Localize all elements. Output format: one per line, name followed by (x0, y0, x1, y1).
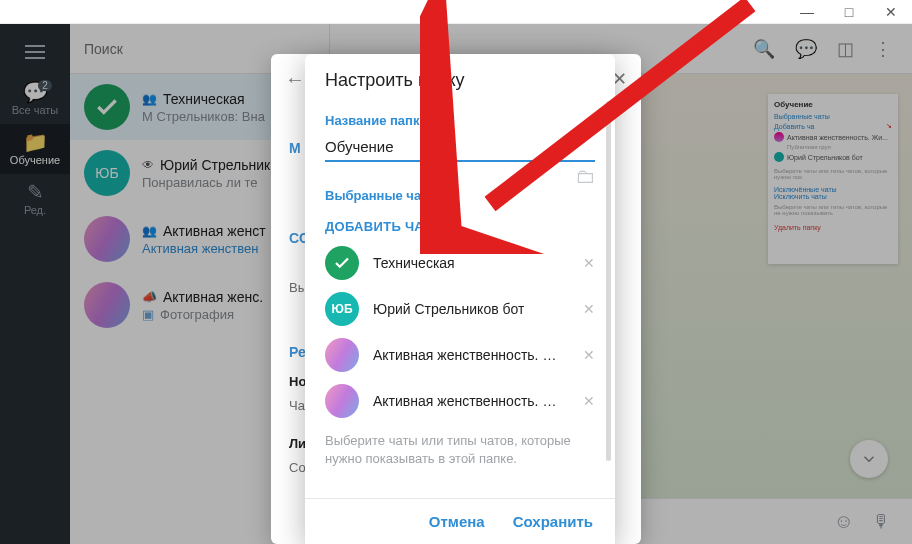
modal-overlay[interactable]: ← ✕ М CO Вы Ре Но Ча Ли Со Настроить пап… (0, 24, 912, 544)
save-button[interactable]: Сохранить (513, 513, 593, 530)
remove-chat-icon[interactable]: ✕ (583, 347, 595, 363)
ghost-label: Ли (289, 436, 306, 451)
window-close-button[interactable]: ✕ (876, 1, 906, 23)
picked-chat-name: Юрий Стрельников бот (373, 301, 524, 317)
window-minimize-button[interactable]: — (792, 1, 822, 23)
avatar-photo (325, 338, 359, 372)
picked-chat-row[interactable]: ЮБЮрий Стрельников бот✕ (325, 292, 595, 326)
folder-name-input[interactable] (325, 132, 595, 162)
ghost-label: Со (289, 460, 306, 475)
remove-chat-icon[interactable]: ✕ (583, 393, 595, 409)
avatar-initials: ЮБ (325, 292, 359, 326)
picked-chat-row[interactable]: Техническая✕ (325, 246, 595, 280)
ghost-label: Ча (289, 398, 305, 413)
back-arrow-icon[interactable]: ← (285, 68, 305, 91)
picked-chat-name: Техническая (373, 255, 455, 271)
add-chats-button[interactable]: ДОБАВИТЬ ЧАТЫ (325, 219, 595, 234)
window-titlebar: — □ ✕ (0, 0, 912, 24)
folder-settings-modal: Настроить папку Название папки 🗀 Выбранн… (305, 54, 615, 544)
window-maximize-button[interactable]: □ (834, 1, 864, 23)
settings-back-panel: ← ✕ М CO Вы Ре Но Ча Ли Со Настроить пап… (271, 54, 641, 544)
ghost-label: М (289, 140, 301, 156)
avatar-photo (325, 384, 359, 418)
remove-chat-icon[interactable]: ✕ (583, 301, 595, 317)
avatar-check (325, 246, 359, 280)
picked-chat-row[interactable]: Активная женственность. Жизн…✕ (325, 338, 595, 372)
modal-title: Настроить папку (325, 70, 595, 91)
ghost-label: Но (289, 374, 306, 389)
ghost-label: Ре (289, 344, 306, 360)
hint-text: Выберите чаты или типы чатов, которые ну… (325, 432, 595, 468)
folder-name-label: Название папки (325, 113, 595, 128)
modal-footer: Отмена Сохранить (305, 498, 615, 544)
selected-chats-label: Выбранные чаты (325, 188, 595, 203)
picked-chat-name: Активная женственность. Жизн… (373, 393, 563, 409)
folder-grey-icon[interactable]: 🗀 (575, 165, 595, 188)
picked-chat-row[interactable]: Активная женственность. Жизн…✕ (325, 384, 595, 418)
picked-chat-name: Активная женственность. Жизн… (373, 347, 563, 363)
remove-chat-icon[interactable]: ✕ (583, 255, 595, 271)
cancel-button[interactable]: Отмена (429, 513, 485, 530)
